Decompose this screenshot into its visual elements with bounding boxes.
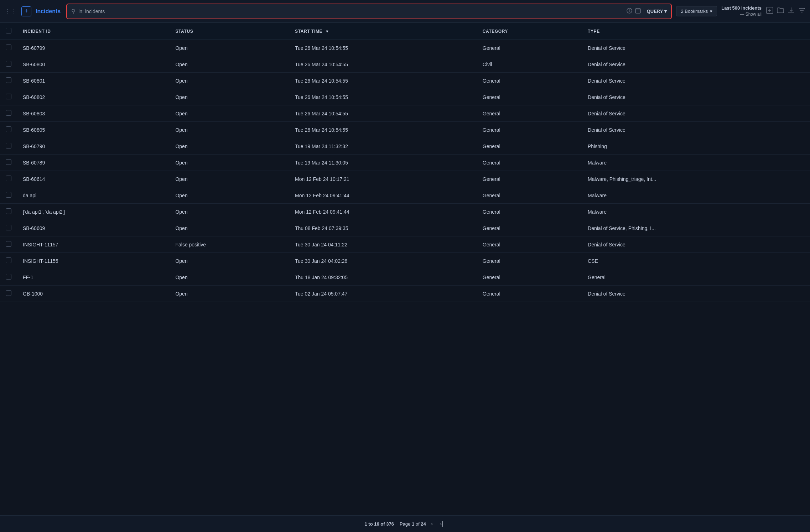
cell-type: Malware [582, 155, 810, 171]
row-checkbox-cell[interactable] [0, 236, 17, 253]
cell-status: Open [170, 73, 289, 89]
row-checkbox[interactable] [6, 159, 11, 165]
cell-incident-id[interactable]: SB-60803 [17, 105, 170, 122]
bookmarks-button[interactable]: 2 Bookmarks ▾ [676, 6, 717, 16]
row-checkbox-cell[interactable] [0, 171, 17, 187]
calendar-icon[interactable] [635, 8, 641, 15]
row-checkbox[interactable] [6, 61, 11, 67]
svg-rect-2 [635, 9, 640, 13]
cell-category: General [477, 187, 582, 204]
row-checkbox[interactable] [6, 45, 11, 50]
cell-incident-id[interactable]: INSIGHT-11155 [17, 253, 170, 269]
table-row: INSIGHT-11157 False positive Tue 30 Jan … [0, 236, 810, 253]
last-page-button[interactable]: ›| [438, 520, 445, 528]
download-icon[interactable] [787, 6, 795, 16]
row-checkbox-cell[interactable] [0, 40, 17, 56]
select-all-checkbox[interactable] [6, 28, 11, 33]
search-input-value[interactable]: in: incidents [78, 9, 623, 14]
row-checkbox-cell[interactable] [0, 89, 17, 105]
add-button[interactable]: + [21, 6, 31, 16]
select-all-header[interactable] [0, 23, 17, 40]
table-row: SB-60802 Open Tue 26 Mar 24 10:54:55 Gen… [0, 89, 810, 105]
cell-start-time: Thu 18 Jan 24 09:32:05 [289, 269, 477, 286]
cell-category: General [477, 40, 582, 56]
row-checkbox[interactable] [6, 208, 11, 214]
row-checkbox[interactable] [6, 225, 11, 230]
row-checkbox-cell[interactable] [0, 155, 17, 171]
row-checkbox[interactable] [6, 126, 11, 132]
cell-incident-id[interactable]: SB-60614 [17, 171, 170, 187]
cell-start-time: Tue 30 Jan 24 04:11:22 [289, 236, 477, 253]
cell-type: Malware [582, 204, 810, 220]
cell-start-time: Tue 26 Mar 24 10:54:55 [289, 73, 477, 89]
row-checkbox-cell[interactable] [0, 269, 17, 286]
row-checkbox[interactable] [6, 143, 11, 148]
cell-start-time: Tue 26 Mar 24 10:54:55 [289, 89, 477, 105]
incidents-table-container: INCIDENT ID STATUS START TIME ▼ CATEGORY… [0, 23, 810, 515]
search-bar[interactable]: ⚲ in: incidents i QUERY ▾ [66, 4, 672, 19]
row-checkbox-cell[interactable] [0, 253, 17, 269]
cell-incident-id[interactable]: SB-60609 [17, 220, 170, 236]
cell-category: General [477, 155, 582, 171]
cell-category: General [477, 286, 582, 302]
pagination-range: 1 to 16 of 376 [365, 521, 394, 527]
row-checkbox-cell[interactable] [0, 204, 17, 220]
last-incidents-label: Last 500 incidents [721, 5, 762, 11]
cell-incident-id[interactable]: SB-60802 [17, 89, 170, 105]
table-row: SB-60789 Open Tue 19 Mar 24 11:30:05 Gen… [0, 155, 810, 171]
info-icon[interactable]: i [627, 8, 632, 15]
export-icon[interactable] [766, 6, 774, 16]
row-checkbox-cell[interactable] [0, 56, 17, 73]
svg-text:i: i [629, 9, 630, 13]
next-page-button[interactable]: › [429, 520, 435, 528]
row-checkbox[interactable] [6, 241, 11, 247]
col-header-incident-id: INCIDENT ID [17, 23, 170, 40]
cell-incident-id[interactable]: da api [17, 187, 170, 204]
col-header-start-time[interactable]: START TIME ▼ [289, 23, 477, 40]
row-checkbox-cell[interactable] [0, 73, 17, 89]
cell-incident-id[interactable]: FF-1 [17, 269, 170, 286]
query-button[interactable]: QUERY ▾ [647, 9, 667, 14]
row-checkbox[interactable] [6, 94, 11, 99]
row-checkbox[interactable] [6, 110, 11, 116]
cell-incident-id[interactable]: INSIGHT-11157 [17, 236, 170, 253]
right-controls: 2 Bookmarks ▾ Last 500 incidents — Show … [676, 5, 806, 17]
row-checkbox[interactable] [6, 176, 11, 181]
cell-status: Open [170, 155, 289, 171]
row-checkbox[interactable] [6, 192, 11, 198]
cell-incident-id[interactable]: SB-60789 [17, 155, 170, 171]
show-all-label[interactable]: — Show all [740, 11, 762, 17]
cell-type: Denial of Service [582, 122, 810, 138]
cell-category: General [477, 253, 582, 269]
last-incidents-info: Last 500 incidents — Show all [721, 5, 762, 17]
cell-type: Denial of Service [582, 89, 810, 105]
folder-icon[interactable] [777, 6, 784, 16]
cell-incident-id[interactable]: ['da api1', 'da api2'] [17, 204, 170, 220]
row-checkbox-cell[interactable] [0, 122, 17, 138]
row-checkbox-cell[interactable] [0, 187, 17, 204]
row-checkbox-cell[interactable] [0, 220, 17, 236]
cell-incident-id[interactable]: SB-60790 [17, 138, 170, 155]
cell-category: General [477, 171, 582, 187]
cell-incident-id[interactable]: SB-60799 [17, 40, 170, 56]
cell-incident-id[interactable]: SB-60801 [17, 73, 170, 89]
cell-start-time: Mon 12 Feb 24 09:41:44 [289, 204, 477, 220]
table-body: SB-60799 Open Tue 26 Mar 24 10:54:55 Gen… [0, 40, 810, 302]
row-checkbox[interactable] [6, 274, 11, 280]
row-checkbox-cell[interactable] [0, 105, 17, 122]
cell-status: Open [170, 220, 289, 236]
cell-incident-id[interactable]: SB-60805 [17, 122, 170, 138]
row-checkbox-cell[interactable] [0, 138, 17, 155]
row-checkbox[interactable] [6, 290, 11, 296]
cell-category: General [477, 73, 582, 89]
cell-incident-id[interactable]: SB-60800 [17, 56, 170, 73]
cell-status: Open [170, 105, 289, 122]
cell-incident-id[interactable]: GB-1000 [17, 286, 170, 302]
cell-status: Open [170, 253, 289, 269]
cell-type: General [582, 269, 810, 286]
bottom-bar: 1 to 16 of 376 Page 1 of 24 › ›| [0, 515, 810, 532]
filter-icon[interactable] [798, 6, 806, 16]
row-checkbox-cell[interactable] [0, 286, 17, 302]
row-checkbox[interactable] [6, 257, 11, 263]
row-checkbox[interactable] [6, 77, 11, 83]
